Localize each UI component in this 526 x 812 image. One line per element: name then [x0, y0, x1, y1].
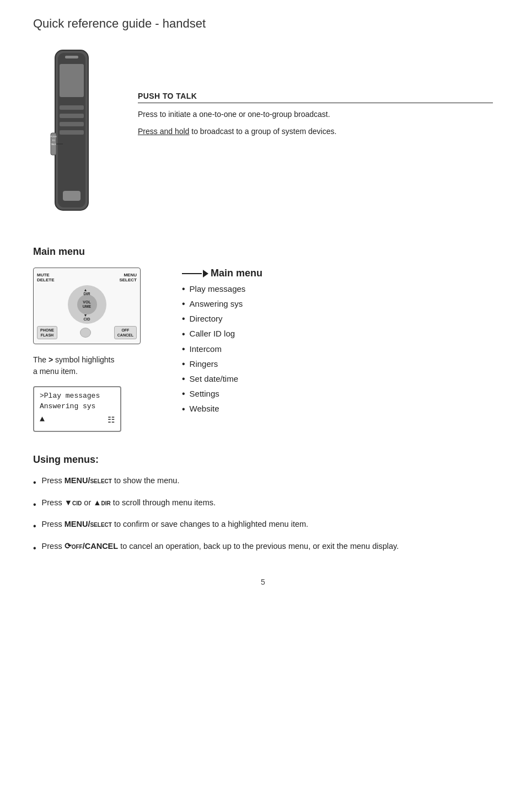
- svg-text:TO: TO: [52, 139, 55, 142]
- dir-top: ▲DIR: [83, 288, 90, 296]
- menu-item-ringers: Ringers: [182, 356, 493, 371]
- menu-item-answering-sys: Answering sys: [182, 296, 493, 311]
- menu-item-intercom: Intercom: [182, 341, 493, 356]
- keypad-middle: ▲DIR VOLUME ▼CID: [37, 285, 137, 324]
- push-to-talk-line2: Press and hold to broadcast to a group o…: [138, 126, 493, 137]
- menu-item-website: Website: [182, 402, 493, 416]
- menu-item-play-messages: Play messages: [182, 281, 493, 296]
- using-menus-item-1-text: Press MENU/select to show the menu.: [42, 474, 180, 487]
- dir-circle: ▲DIR VOLUME ▼CID: [68, 285, 106, 324]
- using-menus-item-2-text: Press ▼cid or ▲dir to scroll through men…: [42, 496, 216, 509]
- using-menus-list: Press MENU/select to show the menu. Pres…: [33, 474, 493, 555]
- screen-row2: Answering sys: [40, 402, 115, 410]
- menu-arrow-title: Main menu: [211, 268, 262, 279]
- menu-select-label-2: MENU/select: [65, 520, 112, 528]
- using-menus-section: Using menus: Press MENU/select to show t…: [33, 454, 493, 555]
- left-panel: MUTEDELETE MENUSELECT ▲DIR VOLUME ▼CID P…: [33, 268, 165, 432]
- svg-text:TALK: TALK: [51, 143, 56, 146]
- dir-inner: VOLUME: [77, 295, 97, 314]
- press-and-hold: Press and hold: [138, 127, 189, 136]
- top-section: PUSH TO TALK PUSH TO TALK Press to initi…: [33, 47, 493, 224]
- using-menus-item-3: Press MENU/select to confirm or save cha…: [33, 518, 493, 533]
- dir-label: ▲dir: [93, 498, 111, 507]
- svg-rect-12: [65, 56, 78, 58]
- screen-list-icon: ☷: [108, 415, 115, 425]
- push-to-talk-heading: PUSH TO TALK: [138, 92, 493, 103]
- svg-text:PUSH: PUSH: [50, 135, 56, 138]
- arrow-line: [182, 273, 202, 274]
- main-menu-heading: Main menu: [33, 246, 493, 258]
- menu-list: Play messages Answering sys Directory Ca…: [182, 281, 493, 416]
- push-to-talk-info: PUSH TO TALK Press to initiate a one-to-…: [138, 92, 493, 143]
- menu-item-directory: Directory: [182, 311, 493, 326]
- arrow-line-wrap: Main menu: [182, 268, 493, 279]
- off-cancel-label: ⟳off/CANCEL: [65, 542, 118, 551]
- push-to-talk-line2-rest: to broadcast to a group of system device…: [189, 127, 336, 136]
- keypad-bottom-row: PHONEFLASH OFFCANCEL: [37, 326, 137, 339]
- svg-rect-3: [60, 105, 84, 110]
- main-menu-layout: MUTEDELETE MENUSELECT ▲DIR VOLUME ▼CID P…: [33, 268, 493, 432]
- symbol-note: The > symbol highlightsa menu item.: [33, 354, 165, 377]
- kp-mute-delete: MUTEDELETE: [37, 273, 55, 282]
- main-menu-section: Main menu MUTEDELETE MENUSELECT ▲DIR VOL…: [33, 246, 493, 432]
- keypad-box: MUTEDELETE MENUSELECT ▲DIR VOLUME ▼CID P…: [33, 268, 141, 344]
- right-panel: Main menu Play messages Answering sys Di…: [165, 268, 493, 416]
- dir-bottom: ▼CID: [83, 313, 90, 321]
- symbol-note-greater: >: [49, 355, 53, 364]
- using-menus-item-4-text: Press ⟳off/CANCEL to cancel an operation…: [42, 540, 399, 553]
- svg-rect-6: [60, 130, 84, 135]
- using-menus-item-4: Press ⟳off/CANCEL to cancel an operation…: [33, 540, 493, 555]
- handset-image: PUSH TO TALK: [33, 47, 105, 224]
- push-to-talk-line1: Press to initiate a one-to-one or one-to…: [138, 109, 493, 120]
- keypad-top-row: MUTEDELETE MENUSELECT: [37, 273, 137, 282]
- svg-rect-2: [60, 64, 84, 97]
- using-menus-item-1: Press MENU/select to show the menu.: [33, 474, 493, 490]
- using-menus-item-2: Press ▼cid or ▲dir to scroll through men…: [33, 496, 493, 512]
- screen-row1: >Play messages: [40, 392, 115, 400]
- screen-icons: ▲ ☷: [40, 415, 115, 425]
- symbol-note-rest: symbol highlights: [53, 355, 114, 364]
- menu-item-caller-id-log: Caller ID log: [182, 327, 493, 341]
- screen-mockup: >Play messages Answering sys ▲ ☷: [33, 386, 121, 432]
- menu-select-label-1: MENU/select: [65, 476, 112, 485]
- page-title: Quick reference guide - handset: [33, 17, 493, 31]
- symbol-note-line3: a menu item.: [33, 367, 78, 376]
- svg-rect-13: [63, 191, 80, 201]
- svg-rect-5: [60, 122, 84, 126]
- cid-label: ▼cid: [65, 498, 82, 507]
- using-menus-item-3-text: Press MENU/select to confirm or save cha…: [42, 518, 309, 531]
- screen-up-arrow: ▲: [40, 415, 45, 425]
- kp-off-cancel: OFFCANCEL: [114, 326, 137, 339]
- symbol-note-the: The: [33, 355, 49, 364]
- svg-rect-4: [60, 114, 84, 118]
- arrow-head: [203, 270, 208, 277]
- menu-item-settings: Settings: [182, 386, 493, 401]
- page-number: 5: [33, 578, 493, 586]
- using-menus-heading: Using menus:: [33, 454, 493, 466]
- kp-off-icon: [80, 328, 91, 338]
- kp-phone-flash: PHONEFLASH: [37, 326, 57, 339]
- kp-menu-select: MENUSELECT: [119, 273, 137, 282]
- menu-item-set-date-time: Set date/time: [182, 371, 493, 386]
